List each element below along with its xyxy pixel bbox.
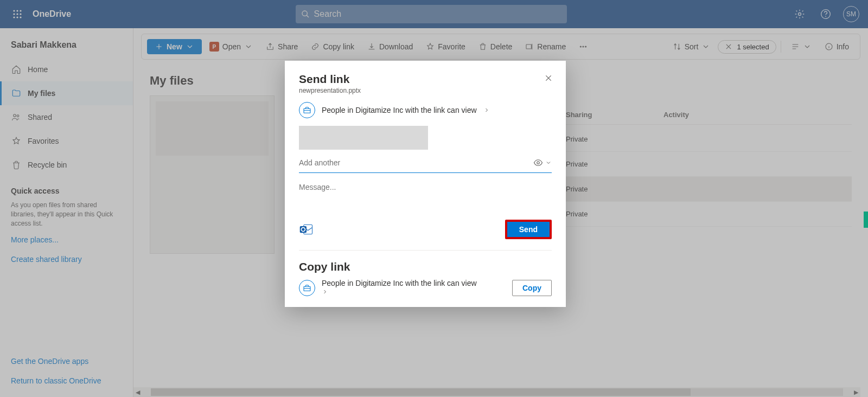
new-button-label: New bbox=[167, 42, 182, 51]
svg-rect-16 bbox=[526, 44, 531, 49]
permission-text: People in Digitamize Inc with the link c… bbox=[322, 106, 477, 114]
sort-button[interactable]: Sort bbox=[667, 39, 716, 54]
command-bar: New P Open Share Copy link Download bbox=[141, 34, 860, 60]
recipient-chip[interactable] bbox=[299, 126, 428, 150]
trash-icon bbox=[11, 160, 21, 170]
outlook-icon bbox=[299, 222, 314, 237]
delete-button-label: Delete bbox=[490, 42, 512, 51]
chevron-down-icon bbox=[545, 159, 552, 166]
chevron-down-icon bbox=[244, 42, 253, 51]
copylink-section-title: Copy link bbox=[299, 260, 552, 273]
permission-selector[interactable]: People in Digitamize Inc with the link c… bbox=[299, 102, 552, 118]
sidebar-item-myfiles[interactable]: My files bbox=[0, 81, 133, 105]
download-button[interactable]: Download bbox=[362, 39, 418, 54]
search-input[interactable]: Search bbox=[296, 5, 567, 23]
return-classic-link[interactable]: Return to classic OneDrive bbox=[0, 371, 133, 390]
favorite-button[interactable]: Favorite bbox=[420, 39, 471, 54]
add-recipient-input[interactable] bbox=[299, 156, 533, 169]
close-icon[interactable] bbox=[725, 43, 732, 50]
copylink-button[interactable]: Copy link bbox=[305, 39, 360, 54]
svg-point-13 bbox=[825, 16, 826, 17]
rename-button[interactable]: Rename bbox=[520, 39, 571, 54]
new-button[interactable]: New bbox=[147, 39, 202, 54]
view-button[interactable] bbox=[786, 39, 817, 54]
open-button[interactable]: P Open bbox=[204, 39, 258, 55]
account-avatar[interactable]: SM bbox=[843, 6, 859, 22]
horizontal-scrollbar[interactable]: ◀ ▶ bbox=[133, 387, 860, 397]
briefcase-icon bbox=[299, 280, 315, 296]
svg-point-19 bbox=[585, 46, 586, 47]
overflow-button[interactable] bbox=[573, 39, 593, 54]
download-icon bbox=[367, 42, 376, 51]
col-sharing[interactable]: Sharing bbox=[566, 111, 663, 119]
sidebar-item-shared[interactable]: Shared bbox=[0, 105, 133, 129]
send-button-highlight: Send bbox=[505, 220, 552, 239]
share-button[interactable]: Share bbox=[260, 39, 303, 54]
link-icon bbox=[311, 42, 320, 51]
cell-sharing: Private bbox=[566, 135, 663, 143]
chevron-down-icon bbox=[701, 42, 710, 51]
app-launcher-icon[interactable] bbox=[4, 1, 30, 27]
cell-sharing: Private bbox=[566, 185, 663, 193]
message-input[interactable] bbox=[299, 181, 552, 194]
scroll-left-arrow[interactable]: ◀ bbox=[133, 389, 142, 396]
svg-point-15 bbox=[17, 115, 19, 117]
list-icon bbox=[791, 42, 800, 51]
svg-point-8 bbox=[20, 16, 21, 18]
search-placeholder: Search bbox=[314, 9, 342, 19]
star-icon bbox=[11, 136, 21, 146]
file-preview-card[interactable] bbox=[150, 95, 275, 254]
download-button-label: Download bbox=[379, 42, 413, 51]
favorite-button-label: Favorite bbox=[438, 42, 465, 51]
svg-point-7 bbox=[16, 16, 18, 18]
info-button[interactable]: Info bbox=[819, 39, 854, 54]
sidebar-item-home[interactable]: Home bbox=[0, 57, 133, 81]
svg-point-18 bbox=[583, 46, 584, 47]
feedback-tab[interactable] bbox=[864, 212, 868, 228]
share-button-label: Share bbox=[278, 42, 298, 51]
svg-line-10 bbox=[307, 15, 309, 17]
send-button[interactable]: Send bbox=[507, 222, 550, 237]
create-library-link[interactable]: Create shared library bbox=[0, 249, 133, 269]
dialog-filename: newpresentation.pptx bbox=[299, 87, 552, 94]
svg-point-1 bbox=[16, 10, 18, 11]
send-link-dialog: Send link newpresentation.pptx People in… bbox=[285, 61, 566, 307]
svg-point-2 bbox=[20, 10, 21, 11]
more-places-link[interactable]: More places... bbox=[0, 230, 133, 249]
svg-point-9 bbox=[302, 11, 307, 16]
powerpoint-icon: P bbox=[209, 42, 219, 52]
sidebar-item-recyclebin[interactable]: Recycle bin bbox=[0, 153, 133, 177]
app-header: OneDrive Search SM bbox=[0, 0, 868, 28]
settings-icon[interactable] bbox=[791, 5, 808, 23]
copy-permission-text: People in Digitamize Inc with the link c… bbox=[322, 279, 477, 287]
quick-access-desc: As you open files from shared libraries,… bbox=[0, 198, 133, 230]
preview-placeholder bbox=[156, 101, 269, 156]
trash-icon bbox=[478, 42, 487, 51]
help-icon[interactable] bbox=[817, 5, 834, 23]
user-name-label: Sabari Makkena bbox=[0, 35, 133, 57]
scroll-thumb[interactable] bbox=[151, 388, 691, 396]
selection-pill[interactable]: 1 selected bbox=[718, 40, 776, 54]
get-apps-link[interactable]: Get the OneDrive apps bbox=[0, 351, 133, 371]
more-icon bbox=[579, 42, 588, 51]
dialog-title: Send link bbox=[299, 73, 552, 86]
people-icon bbox=[11, 112, 21, 122]
svg-point-3 bbox=[13, 13, 15, 15]
copylink-button-label: Copy link bbox=[323, 42, 354, 51]
briefcase-icon bbox=[299, 102, 315, 118]
copy-button[interactable]: Copy bbox=[512, 280, 552, 296]
col-activity[interactable]: Activity bbox=[663, 111, 852, 119]
sidebar-item-favorites[interactable]: Favorites bbox=[0, 129, 133, 153]
close-icon[interactable] bbox=[541, 71, 556, 86]
eye-icon bbox=[533, 158, 543, 168]
sidebar-item-label: Recycle bin bbox=[28, 161, 67, 169]
sidebar-item-label: Home bbox=[28, 65, 48, 74]
svg-point-6 bbox=[13, 16, 15, 18]
chevron-right-icon[interactable] bbox=[322, 289, 328, 295]
delete-button[interactable]: Delete bbox=[473, 39, 518, 54]
permission-dropdown[interactable] bbox=[533, 158, 552, 168]
scroll-right-arrow[interactable]: ▶ bbox=[852, 389, 860, 396]
chevron-right-icon bbox=[483, 107, 490, 113]
chevron-down-icon bbox=[803, 42, 812, 51]
star-icon bbox=[426, 42, 435, 51]
